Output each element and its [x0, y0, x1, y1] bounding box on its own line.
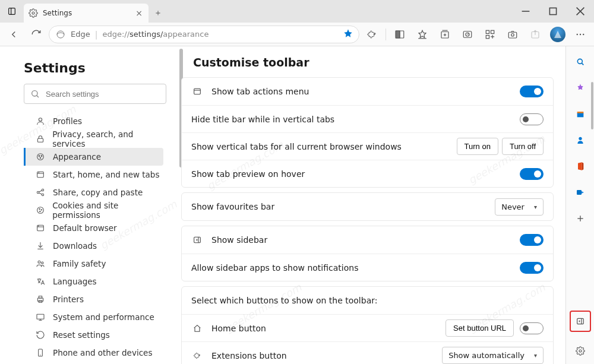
nav-item-privacy-search-and-services[interactable]: Privacy, search, and services	[24, 130, 163, 148]
chevron-down-icon: ▾	[534, 352, 537, 359]
add-sidebar-icon[interactable]	[573, 211, 587, 226]
row-favourites-bar: Show favourites bar Never▾	[182, 193, 553, 220]
outlook-sidebar-icon[interactable]	[573, 185, 587, 200]
nav-item-languages[interactable]: Languages	[24, 273, 163, 290]
toggle-show-sidebar[interactable]	[520, 234, 544, 246]
svg-point-55	[42, 262, 43, 264]
nav-item-downloads[interactable]: Downloads	[24, 237, 163, 255]
row-label: Show tab preview on hover	[191, 169, 520, 179]
tab-actions-icon	[191, 87, 203, 96]
settings-search[interactable]	[24, 84, 166, 104]
favourites-icon[interactable]	[412, 24, 432, 45]
favourite-star-icon[interactable]	[343, 29, 353, 40]
nav-item-system-and-performance[interactable]: System and performance	[24, 308, 163, 326]
collections-icon[interactable]	[435, 24, 455, 45]
svg-rect-20	[491, 30, 494, 33]
performance-icon[interactable]	[457, 24, 478, 45]
toggle-tab-actions[interactable]	[520, 86, 544, 97]
svg-point-46	[37, 207, 43, 214]
row-hide-titlebar: Hide title bar while in vertical tabs	[182, 105, 553, 132]
dropdown-extensions-button[interactable]: Show automatically▾	[442, 347, 544, 364]
button-set-home-url[interactable]: Set button URL	[446, 319, 514, 337]
profile-avatar[interactable]	[548, 24, 568, 45]
split-screen-icon[interactable]	[390, 24, 410, 45]
hide-sidebar-highlight	[570, 311, 591, 332]
back-button[interactable]	[4, 24, 24, 45]
office-sidebar-icon[interactable]	[573, 159, 587, 173]
svg-line-45	[39, 193, 42, 195]
button-turn-on[interactable]: Turn on	[457, 138, 498, 155]
button-turn-off[interactable]: Turn off	[502, 138, 544, 155]
close-window-button[interactable]	[567, 0, 594, 23]
extensions-icon[interactable]	[362, 24, 382, 45]
lock-icon	[35, 134, 45, 144]
search-sidebar-icon[interactable]	[573, 55, 587, 69]
share-icon	[35, 187, 46, 198]
sidebar-settings-icon[interactable]	[573, 344, 587, 358]
nav-item-appearance[interactable]: Appearance	[24, 148, 163, 166]
row-label: Extensions button	[211, 351, 442, 360]
appearance-icon	[35, 151, 46, 162]
toggle-hide-titlebar[interactable]	[520, 113, 544, 125]
discover-sidebar-icon[interactable]	[573, 81, 587, 95]
svg-point-73	[579, 137, 582, 140]
refresh-button[interactable]	[26, 24, 46, 45]
svg-rect-24	[508, 32, 517, 38]
phone-icon	[35, 347, 46, 358]
svg-point-2	[32, 12, 34, 14]
nav-item-phone-and-other-devices[interactable]: Phone and other devices	[24, 344, 163, 362]
svg-rect-0	[9, 8, 15, 15]
settings-main: Customise toolbar Show tab actions menu …	[181, 46, 565, 364]
nav-item-printers[interactable]: Printers	[24, 290, 163, 308]
nav-item-cookies-and-site-permissions[interactable]: Cookies and site permissions	[24, 201, 163, 219]
svg-rect-57	[39, 296, 42, 298]
address-bar[interactable]: Edge | edge://settings/appearance	[49, 26, 359, 43]
svg-rect-72	[577, 112, 583, 113]
browser-tab[interactable]: Settings ×	[24, 4, 148, 23]
screenshot-icon[interactable]	[503, 24, 523, 45]
nav-item-label: Family safety	[53, 259, 106, 268]
svg-line-70	[582, 63, 583, 65]
nav-item-family-safety[interactable]: Family safety	[24, 255, 163, 273]
new-tab-button[interactable]: ＋	[148, 4, 168, 23]
nav-item-reset-settings[interactable]: Reset settings	[24, 326, 163, 344]
settings-page: Settings ProfilesPrivacy, search, and se…	[0, 46, 565, 364]
nav-item-label: Start, home, and new tabs	[53, 170, 159, 179]
download-icon	[35, 240, 46, 251]
minimize-button[interactable]	[512, 0, 539, 23]
apps-icon[interactable]	[480, 24, 500, 45]
person-icon	[35, 116, 46, 126]
toggle-sidebar-notifications[interactable]	[520, 262, 544, 274]
maximize-button[interactable]	[539, 0, 567, 23]
svg-rect-33	[37, 138, 43, 142]
nav-item-label: Appearance	[53, 152, 101, 162]
nav-item-accessibility[interactable]: Accessibility	[24, 362, 163, 364]
nav-item-default-browser[interactable]: Default browser	[24, 219, 163, 237]
edge-sidebar	[565, 46, 594, 364]
svg-rect-65	[194, 88, 201, 94]
search-input[interactable]	[45, 89, 160, 99]
family-icon	[35, 258, 46, 269]
share-icon[interactable]	[525, 24, 545, 45]
toggle-home-button[interactable]	[520, 322, 544, 334]
nav-item-profiles[interactable]: Profiles	[24, 112, 163, 130]
svg-rect-74	[577, 190, 582, 195]
nav-item-label: System and performance	[53, 312, 154, 322]
nav-item-label: Printers	[53, 295, 84, 304]
games-sidebar-icon[interactable]	[573, 133, 587, 147]
nav-item-share-copy-and-paste[interactable]: Share, copy and paste	[24, 183, 163, 201]
shopping-sidebar-icon[interactable]	[573, 107, 587, 121]
content-area: Settings ProfilesPrivacy, search, and se…	[0, 46, 594, 364]
close-tab-icon[interactable]: ×	[134, 8, 144, 18]
hide-sidebar-icon[interactable]	[573, 314, 587, 328]
row-label: Show favourites bar	[191, 202, 495, 211]
sidebar-scrollbar-thumb[interactable]	[591, 82, 593, 129]
svg-point-30	[32, 91, 37, 96]
svg-rect-38	[37, 172, 44, 177]
toggle-tab-preview[interactable]	[520, 168, 544, 180]
nav-item-start-home-and-new-tabs[interactable]: Start, home, and new tabs	[24, 166, 163, 183]
svg-line-31	[37, 96, 39, 97]
more-menu-icon[interactable]	[570, 24, 590, 45]
dropdown-favourites-bar[interactable]: Never▾	[495, 198, 544, 216]
tab-actions-button[interactable]	[0, 0, 24, 23]
